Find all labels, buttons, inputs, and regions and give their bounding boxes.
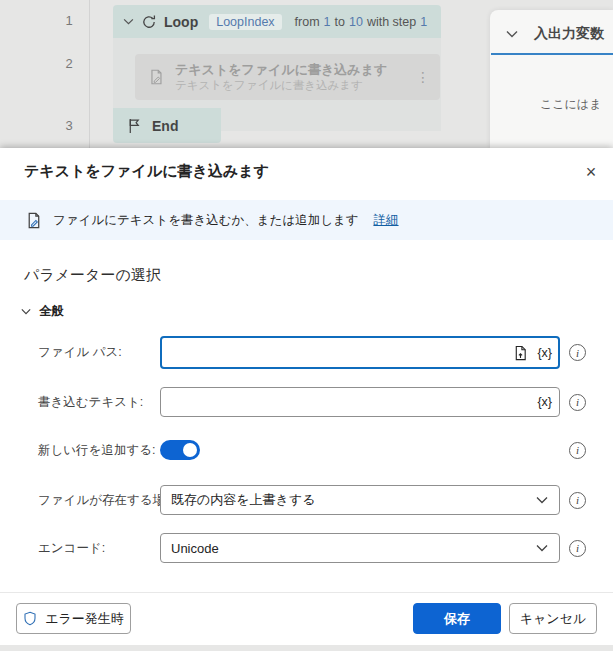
write-text-action-card[interactable]: テキストをファイルに書き込みます テキストをファイルに書き込みます ⋮: [135, 54, 440, 100]
end-action-row[interactable]: End: [113, 108, 221, 143]
variable-picker-icon[interactable]: {x}: [537, 346, 552, 360]
footer-divider: [0, 592, 613, 593]
write-text-row: 書き込むテキスト: {x} i: [0, 387, 613, 417]
loop-action-row[interactable]: Loop LoopIndex from 1 to 10 with step 1: [113, 5, 441, 38]
cancel-button[interactable]: キャンセル: [509, 603, 597, 634]
if-file-exists-value: 既存の内容を上書きする: [171, 491, 316, 509]
info-icon[interactable]: i: [569, 492, 586, 509]
loop-block: テキストをファイルに書き込みます テキストをファイルに書き込みます ⋮ Loop…: [113, 5, 441, 143]
loop-icon: [141, 14, 157, 30]
info-icon[interactable]: i: [569, 394, 586, 411]
encoding-select[interactable]: Unicode: [160, 533, 560, 563]
general-group-toggle[interactable]: 全般: [21, 303, 64, 320]
append-newline-label: 新しい行を追加する:: [38, 442, 155, 459]
step-label: with step: [367, 15, 416, 29]
variable-picker-icon[interactable]: {x}: [537, 395, 552, 409]
chevron-down-icon[interactable]: [506, 30, 518, 38]
flag-icon: [127, 118, 142, 134]
chevron-down-icon: [21, 308, 31, 315]
step-value: 1: [420, 15, 427, 29]
more-options-icon[interactable]: ⋮: [416, 69, 430, 85]
write-text-input[interactable]: [160, 387, 560, 417]
loop-range-description: from 1 to 10 with step 1: [295, 15, 428, 29]
details-link[interactable]: 詳細: [374, 212, 399, 229]
action-texts: テキストをファイルに書き込みます テキストをファイルに書き込みます: [175, 61, 406, 93]
action-description-banner: ファイルにテキストを書き込むか、または追加します 詳細: [0, 200, 613, 240]
file-path-row: ファイル パス: {x} i: [0, 336, 613, 369]
chevron-down-icon[interactable]: [123, 18, 134, 25]
chevron-down-icon: [536, 544, 548, 552]
io-variables-header[interactable]: 入出力変数: [490, 10, 613, 53]
from-label: from: [295, 15, 320, 29]
from-value: 1: [324, 15, 331, 29]
on-error-label: エラー発生時: [45, 610, 124, 628]
row-number-1: 1: [58, 13, 80, 28]
action-title: テキストをファイルに書き込みます: [175, 61, 406, 78]
document-pencil-icon: [24, 211, 43, 230]
write-text-label: 書き込むテキスト:: [38, 394, 143, 411]
app-window: 1 2 3 テキストをファイルに書き込みます テキストをファイルに書き込みます: [0, 0, 613, 651]
file-picker-icon[interactable]: [513, 345, 528, 361]
end-label: End: [152, 118, 178, 134]
row-number-3: 3: [58, 118, 80, 133]
if-file-exists-select[interactable]: 既存の内容を上書きする: [160, 485, 560, 515]
to-label: to: [335, 15, 345, 29]
shield-icon: [23, 611, 37, 626]
chevron-down-icon: [536, 496, 548, 504]
action-subtitle: テキストをファイルに書き込みます: [175, 78, 406, 93]
io-variables-empty-text: ここにはま: [540, 96, 601, 113]
on-error-button[interactable]: エラー発生時: [16, 603, 131, 634]
to-value: 10: [349, 15, 363, 29]
info-icon[interactable]: i: [569, 344, 586, 361]
io-variables-title: 入出力変数: [534, 25, 604, 43]
append-newline-row: 新しい行を追加する: i: [0, 438, 613, 462]
bottom-strip: [0, 645, 613, 651]
encoding-label: エンコード:: [38, 540, 105, 557]
loop-variable-pill[interactable]: LoopIndex: [209, 14, 281, 30]
save-button[interactable]: 保存: [413, 603, 501, 634]
general-group-label: 全般: [39, 303, 64, 320]
flow-designer: 1 2 3 テキストをファイルに書き込みます テキストをファイルに書き込みます: [0, 0, 613, 148]
encoding-value: Unicode: [171, 541, 219, 556]
document-pencil-icon: [147, 68, 165, 86]
row-number-2: 2: [58, 56, 80, 71]
io-variables-panel: 入出力変数 ここにはま: [490, 10, 613, 148]
if-file-exists-row: ファイルが存在する場合: 既存の内容を上書きする i: [0, 485, 613, 515]
file-path-label: ファイル パス:: [38, 344, 122, 361]
toggle-knob: [183, 443, 197, 457]
encoding-row: エンコード: Unicode i: [0, 533, 613, 563]
parameters-heading: パラメーターの選択: [24, 266, 161, 285]
panel-accent-underline: [491, 53, 613, 55]
info-icon[interactable]: i: [569, 540, 586, 557]
dialog-title: テキストをファイルに書き込みます: [24, 162, 269, 181]
gutter-divider: [89, 0, 90, 148]
loop-title: Loop: [164, 14, 198, 30]
banner-text: ファイルにテキストを書き込むか、または追加します: [53, 212, 359, 229]
close-icon[interactable]: ×: [577, 158, 605, 186]
append-newline-toggle[interactable]: [160, 440, 200, 460]
write-text-to-file-dialog: テキストをファイルに書き込みます × ファイルにテキストを書き込むか、または追加…: [0, 148, 613, 645]
info-icon[interactable]: i: [569, 442, 586, 459]
file-path-input[interactable]: [160, 336, 560, 369]
